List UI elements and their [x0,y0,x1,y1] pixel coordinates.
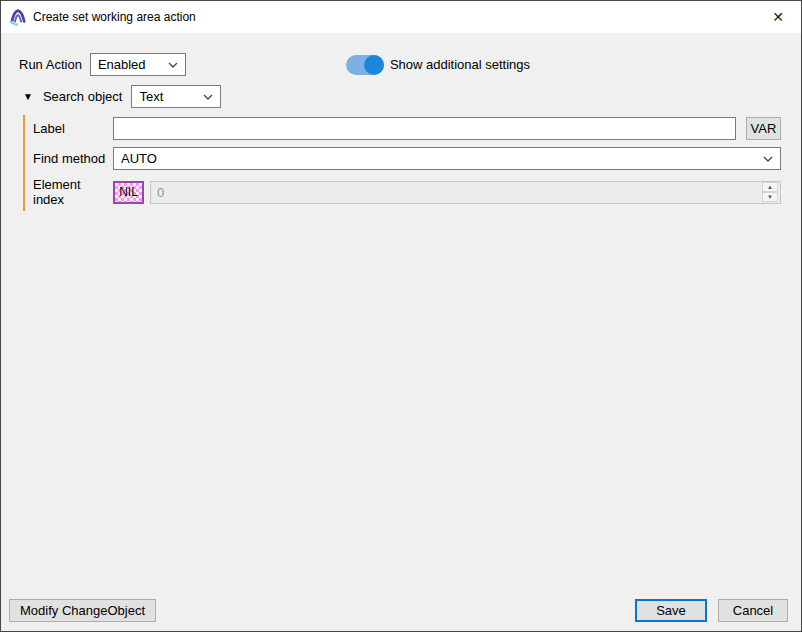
chevron-down-icon [168,62,178,68]
label-field-row: Label VAR [33,117,781,140]
find-method-row: Find method AUTO [33,147,781,170]
label-input[interactable] [113,117,736,140]
dialog-content: Run Action Enabled Show additional setti… [1,33,801,211]
run-action-select[interactable]: Enabled [90,53,186,76]
collapse-arrow-icon[interactable]: ▼ [23,92,33,102]
run-action-value: Enabled [98,57,162,72]
save-button[interactable]: Save [635,599,707,622]
show-additional-settings-label: Show additional settings [390,57,530,72]
dialog-window: Create set working area action ✕ Run Act… [0,0,802,632]
spin-down-button[interactable]: ▼ [762,192,778,202]
spinner-buttons: ▲ ▼ [762,182,778,202]
var-button[interactable]: VAR [746,117,781,140]
spin-up-button[interactable]: ▲ [762,182,778,192]
modify-changeobject-button[interactable]: Modify ChangeObject [9,599,156,622]
chevron-down-icon [203,94,213,100]
search-object-type-select[interactable]: Text [131,85,221,108]
dialog-footer: Modify ChangeObject Save Cancel [1,599,801,631]
additional-settings-control: Show additional settings [346,55,530,75]
app-logo-icon [9,8,27,26]
chevron-down-icon [763,156,773,162]
nil-badge[interactable]: NIL [113,181,144,204]
close-icon: ✕ [772,9,784,25]
find-method-value: AUTO [121,151,757,166]
toggle-knob [364,55,384,75]
find-method-label: Find method [33,151,113,166]
search-object-type-value: Text [139,89,197,104]
label-field-label: Label [33,121,113,136]
element-index-input[interactable] [151,182,762,203]
search-object-header: ▼ Search object Text [19,85,781,108]
run-action-label: Run Action [19,57,82,72]
search-object-fields: Label VAR Find method AUTO Element index… [23,115,781,211]
run-action-row: Run Action Enabled Show additional setti… [19,53,781,76]
find-method-select[interactable]: AUTO [113,147,781,170]
close-button[interactable]: ✕ [755,1,801,33]
element-index-spinner: ▲ ▼ [150,181,781,204]
element-index-row: Element index NIL ▲ ▼ [33,177,781,207]
cancel-button[interactable]: Cancel [718,599,788,622]
element-index-label: Element index [33,177,113,207]
titlebar: Create set working area action ✕ [1,1,801,33]
show-additional-settings-toggle[interactable] [346,55,384,75]
window-title: Create set working area action [33,10,196,24]
search-object-label: Search object [43,89,123,104]
